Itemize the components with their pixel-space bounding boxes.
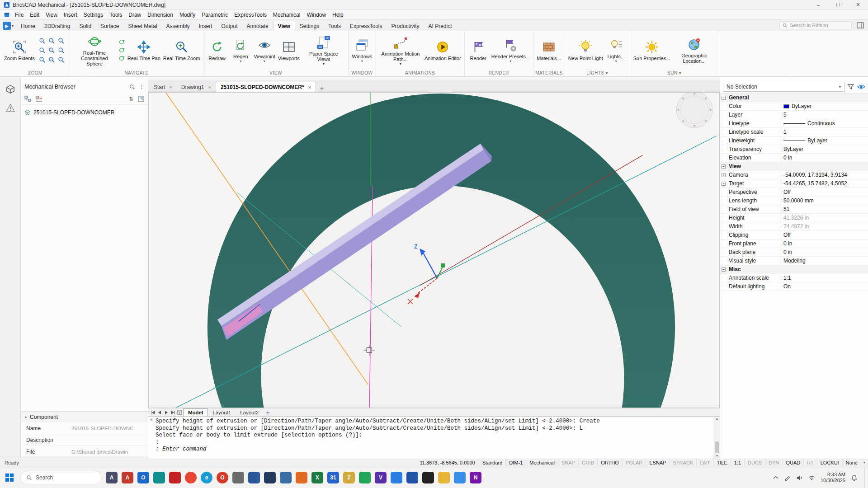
- previous-layout-icon[interactable]: [156, 409, 163, 416]
- lights-button[interactable]: Lights... ▾: [604, 37, 628, 64]
- component-row-file[interactable]: File G:\Shared drives\Drawin: [21, 446, 148, 458]
- ribbon-tab-settings[interactable]: Settings: [295, 21, 324, 31]
- property-value[interactable]: -54.4265, 15.7482, 4.5052: [781, 180, 868, 187]
- viewport-3d-canvas[interactable]: Z: [149, 93, 719, 408]
- taskbar-app-icon[interactable]: [264, 472, 276, 483]
- taskbar-app-icon[interactable]: O: [137, 472, 149, 483]
- windows-button[interactable]: Windows ▾: [350, 37, 374, 64]
- ribbon-tab-surface[interactable]: Surface: [96, 21, 123, 31]
- status-toggle-tile[interactable]: TILE: [713, 458, 731, 467]
- property-row-annotation-scale[interactable]: Annotation scale1:1: [720, 274, 868, 282]
- property-value[interactable]: 5: [781, 112, 868, 118]
- properties-section-misc[interactable]: −Misc: [720, 265, 868, 274]
- command-prompt[interactable]: : Enter command: [156, 446, 711, 453]
- collapse-section-icon[interactable]: −: [722, 164, 726, 169]
- menu-item-window[interactable]: Window: [303, 12, 329, 18]
- status-toggle-dyn[interactable]: DYN: [765, 458, 782, 467]
- property-value[interactable]: 41.3226 in: [781, 215, 868, 221]
- menu-dots-icon[interactable]: ⋮: [139, 84, 144, 90]
- mechanical-browser-icon[interactable]: [5, 84, 15, 94]
- property-row-visual-style[interactable]: Visual styleModeling: [720, 257, 868, 265]
- menu-item-draw[interactable]: Draw: [125, 12, 144, 18]
- layout-tab-model[interactable]: Model: [183, 408, 208, 416]
- taskbar-app-icon[interactable]: [422, 472, 434, 483]
- status-toggle-1-1[interactable]: 1:1: [731, 458, 744, 467]
- properties-section-general[interactable]: −General: [720, 94, 868, 102]
- zoom-option-icon[interactable]: [57, 46, 66, 55]
- ribbon-tab-productivity[interactable]: Productivity: [387, 21, 424, 31]
- ribbon-tab-view[interactable]: View: [273, 21, 295, 31]
- ribbon-tab-expresstools[interactable]: ExpressTools: [345, 21, 387, 31]
- component-row-name[interactable]: Name 251015-SLOPED-DOWNC: [21, 422, 148, 434]
- ribbon-tab-solid[interactable]: Solid: [75, 21, 96, 31]
- taskbar-app-icon[interactable]: O: [217, 472, 228, 483]
- real-time-pan-button[interactable]: Real-Time Pan: [126, 38, 162, 62]
- property-row-perspective[interactable]: PerspectiveOff: [720, 188, 868, 197]
- menu-item-edit[interactable]: Edit: [27, 12, 42, 18]
- expand-row-icon[interactable]: +: [722, 182, 726, 186]
- menu-item-dimension[interactable]: Dimension: [144, 12, 176, 18]
- property-row-color[interactable]: ColorByLayer: [720, 102, 868, 111]
- orbit-option-icon[interactable]: [118, 47, 125, 53]
- ribbon-tab-sheet-metal[interactable]: Sheet Metal: [123, 21, 161, 31]
- property-row-target[interactable]: +Target-54.4265, 15.7482, 4.5052: [720, 179, 868, 188]
- orbit-option-icon[interactable]: [118, 55, 125, 61]
- ribbon-tab-output[interactable]: Output: [217, 21, 242, 31]
- property-row-clipping[interactable]: ClippingOff: [720, 231, 868, 239]
- render-presets-button[interactable]: Render Presets... ▾: [490, 37, 532, 64]
- taskbar-app-icon[interactable]: Z: [343, 472, 355, 483]
- viewport[interactable]: Z: [148, 92, 720, 408]
- status-toggle-grid[interactable]: GRID: [578, 458, 598, 467]
- taskbar-app-icon[interactable]: [359, 472, 371, 483]
- property-value[interactable]: Continuous: [781, 120, 868, 127]
- status-toggle-standard[interactable]: Standard: [479, 458, 506, 467]
- quick-access-button[interactable]: ▶ ▾: [3, 22, 14, 30]
- status-toggle-snap[interactable]: SNAP: [558, 458, 578, 467]
- taskbar-app-icon[interactable]: [169, 472, 181, 483]
- close-tab-icon[interactable]: ×: [169, 84, 172, 90]
- zoom-option-icon[interactable]: [38, 46, 47, 55]
- property-value[interactable]: 0 in: [781, 240, 868, 247]
- command-history[interactable]: Specify height of extrusion or [Directio…: [148, 417, 714, 458]
- pen-tablet-icon[interactable]: [784, 474, 791, 481]
- visibility-eye-icon[interactable]: [857, 84, 865, 90]
- property-row-height[interactable]: Height41.3226 in: [720, 214, 868, 222]
- close-tab-icon[interactable]: ×: [208, 84, 211, 90]
- display-mode-icon[interactable]: [138, 96, 144, 102]
- scroll-down-icon[interactable]: ▼: [716, 454, 719, 457]
- property-value[interactable]: 50.0000 mm: [781, 197, 868, 204]
- zoom-option-icon[interactable]: [38, 36, 47, 45]
- search-icon[interactable]: [129, 84, 135, 90]
- clock[interactable]: 8:33 AM 10/30/2025: [821, 472, 845, 483]
- maximize-button[interactable]: ☐: [828, 0, 848, 9]
- scrollbar-thumb[interactable]: [715, 441, 719, 453]
- menu-item-file[interactable]: File: [12, 12, 27, 18]
- viewpoint-button[interactable]: Viewpoint ▾: [252, 37, 277, 64]
- property-row-elevation[interactable]: Elevation0 in: [720, 154, 868, 162]
- panel-grip[interactable]: ·····: [148, 77, 720, 80]
- layout-tab-layout1[interactable]: Layout1: [208, 408, 236, 416]
- menu-item-insert[interactable]: Insert: [61, 12, 80, 18]
- regen-button[interactable]: Regen ▾: [229, 37, 252, 64]
- command-panel[interactable]: ✕ Specify height of extrusion or [Direct…: [148, 416, 720, 458]
- properties-section-view[interactable]: −View: [720, 162, 868, 171]
- property-value[interactable]: ByLayer: [781, 146, 868, 152]
- document-tab-start[interactable]: Start×: [149, 82, 177, 92]
- property-value[interactable]: Modeling: [781, 258, 868, 264]
- add-layout-button[interactable]: +: [263, 410, 273, 415]
- taskbar-app-icon[interactable]: N: [470, 472, 481, 483]
- property-value[interactable]: Off: [781, 232, 868, 238]
- taskbar-app-icon[interactable]: X: [311, 472, 323, 483]
- taskbar-app-icon[interactable]: 31: [327, 472, 339, 483]
- status-toggle-ducs[interactable]: DUCS: [744, 458, 765, 467]
- layout-list-icon[interactable]: [176, 409, 183, 416]
- taskbar-app-icon[interactable]: [438, 472, 450, 483]
- property-value[interactable]: 1:1: [781, 275, 868, 281]
- taskbar-app-icon[interactable]: [406, 472, 418, 483]
- status-toggle-esnap[interactable]: ESNAP: [646, 458, 669, 467]
- property-value[interactable]: 74.4872 in: [781, 223, 868, 230]
- property-value[interactable]: ByLayer: [781, 103, 868, 109]
- command-scrollbar[interactable]: ▲ ▼: [714, 417, 720, 458]
- render-button[interactable]: Render: [467, 38, 490, 62]
- property-value[interactable]: 1: [781, 129, 868, 135]
